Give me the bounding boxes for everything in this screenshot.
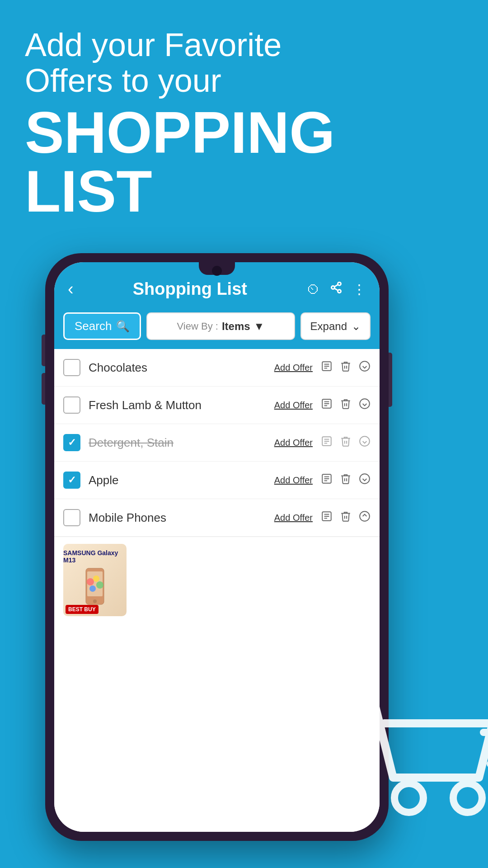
delete-icon-2[interactable]: [340, 398, 352, 413]
product-brand: SAMSUNG Galaxy M13: [63, 549, 127, 564]
list-item: Fresh Lamb & Mutton Add Offer: [54, 387, 380, 424]
add-offer-button-3[interactable]: Add Offer: [274, 438, 313, 448]
product-banner[interactable]: SAMSUNG Galaxy M13: [54, 537, 380, 623]
svg-point-0: [338, 282, 341, 285]
svg-point-35: [96, 581, 103, 589]
note-icon-3[interactable]: [321, 435, 333, 450]
front-camera: [212, 266, 222, 276]
item-actions-2: [321, 398, 371, 413]
checkmark-icon-4: ✓: [68, 474, 76, 486]
power-button: [389, 353, 392, 407]
add-offer-button-4[interactable]: Add Offer: [274, 475, 313, 486]
item-actions-4: [321, 473, 371, 488]
svg-point-41: [453, 783, 482, 812]
alarm-icon[interactable]: ⏲: [306, 282, 320, 297]
svg-point-19: [360, 436, 370, 446]
app-title: Shopping List: [83, 279, 297, 299]
svg-point-24: [360, 474, 370, 484]
add-offer-button-2[interactable]: Add Offer: [274, 400, 313, 410]
toolbar: Search 🔍 View By : Items ▼ Expand ⌄: [54, 307, 380, 349]
item-name-4: Apple: [89, 473, 266, 487]
item-actions-1: [321, 360, 371, 375]
note-icon-2[interactable]: [321, 398, 333, 413]
list-item: Mobile Phones Add Offer: [54, 499, 380, 537]
svg-point-32: [93, 599, 97, 603]
back-button[interactable]: ‹: [68, 279, 74, 299]
delete-icon-5[interactable]: [340, 510, 352, 525]
delete-icon-3[interactable]: [340, 435, 352, 450]
item-checkbox-2[interactable]: [63, 396, 80, 414]
delete-icon-1[interactable]: [340, 360, 352, 375]
expand-item-icon-2[interactable]: [359, 398, 371, 413]
hero-title: SHOPPINGLIST: [25, 103, 463, 221]
note-icon-1[interactable]: [321, 360, 333, 375]
share-icon[interactable]: [330, 281, 343, 297]
item-name-3: Detergent, Stain: [89, 436, 266, 450]
expand-item-icon-4[interactable]: [359, 473, 371, 488]
expand-item-icon-3[interactable]: [359, 435, 371, 450]
item-checkbox-1[interactable]: [63, 359, 80, 376]
svg-point-36: [89, 585, 96, 592]
note-icon-4[interactable]: [321, 473, 333, 488]
svg-line-3: [334, 288, 338, 291]
product-badge: BEST BUY: [66, 605, 99, 614]
svg-point-9: [360, 361, 370, 371]
item-actions-3: [321, 435, 371, 450]
hero-subtitle: Add your FavoriteOffers to your: [25, 27, 463, 99]
header-icons: ⏲ ⋮: [306, 281, 366, 297]
item-checkbox-5[interactable]: [63, 509, 80, 526]
search-icon: 🔍: [116, 320, 130, 333]
add-offer-button-5[interactable]: Add Offer: [274, 513, 313, 523]
more-menu-icon[interactable]: ⋮: [352, 281, 366, 297]
list-item: ✓ Detergent, Stain Add Offer: [54, 424, 380, 462]
hero-section: Add your FavoriteOffers to your SHOPPING…: [25, 27, 463, 221]
add-offer-button-1[interactable]: Add Offer: [274, 363, 313, 373]
search-button[interactable]: Search 🔍: [63, 312, 141, 340]
item-name-1: Chocolates: [89, 361, 266, 375]
svg-point-34: [93, 576, 99, 582]
vol-down-button: [42, 373, 45, 405]
svg-point-1: [332, 286, 335, 289]
svg-point-40: [394, 783, 423, 812]
view-by-label: View By :: [177, 321, 218, 332]
svg-line-4: [334, 285, 338, 287]
vol-up-button: [42, 335, 45, 366]
expand-button[interactable]: Expand ⌄: [300, 312, 371, 340]
view-by-value: Items: [222, 320, 250, 333]
svg-point-29: [360, 511, 370, 521]
item-checkbox-4[interactable]: ✓: [63, 472, 80, 489]
collapse-item-icon-5[interactable]: [359, 510, 371, 525]
cart-decoration: [330, 678, 488, 832]
svg-point-2: [338, 290, 341, 293]
dropdown-icon: ▼: [254, 320, 265, 333]
item-actions-5: [321, 510, 371, 525]
item-name-5: Mobile Phones: [89, 511, 266, 525]
item-name-2: Fresh Lamb & Mutton: [89, 398, 266, 412]
checkmark-icon-3: ✓: [68, 437, 76, 448]
note-icon-5[interactable]: [321, 510, 333, 525]
delete-icon-4[interactable]: [340, 473, 352, 488]
product-image: SAMSUNG Galaxy M13: [63, 544, 127, 616]
view-by-button[interactable]: View By : Items ▼: [146, 312, 295, 340]
expand-item-icon-1[interactable]: [359, 360, 371, 375]
expand-chevron-icon: ⌄: [352, 320, 361, 333]
svg-point-14: [360, 399, 370, 409]
expand-label: Expand: [310, 320, 347, 333]
phone-notch: [199, 262, 235, 275]
list-item: Chocolates Add Offer: [54, 349, 380, 387]
list-item: ✓ Apple Add Offer: [54, 462, 380, 499]
svg-point-33: [87, 578, 94, 585]
search-label: Search: [75, 319, 112, 333]
item-checkbox-3[interactable]: ✓: [63, 434, 80, 451]
